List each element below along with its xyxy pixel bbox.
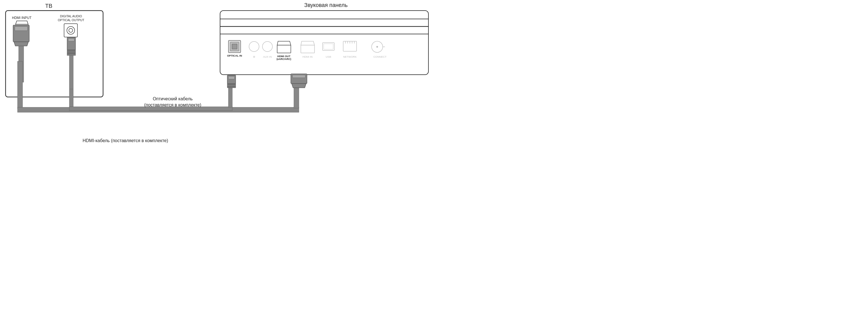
hdmi-out-label: HDMI OUT: [277, 55, 290, 58]
svg-rect-4: [15, 27, 28, 31]
digital-audio-label-line2: OPTICAL OUTPUT: [58, 19, 84, 22]
svg-rect-24: [301, 45, 314, 53]
svg-marker-20: [232, 44, 237, 49]
aux-port: [262, 41, 273, 52]
svg-rect-22: [277, 45, 291, 53]
svg-rect-11: [68, 38, 74, 41]
svg-rect-13: [67, 51, 75, 53]
tv-label: ТВ: [45, 3, 52, 9]
optical-port-tv: [64, 24, 78, 37]
aux-in-label: AUX IN: [263, 55, 272, 58]
network-port: [343, 41, 356, 51]
optical-soundbar-connector: [227, 75, 236, 88]
svg-point-34: [376, 46, 378, 48]
hdmi-input-label: HDMI INPUT: [12, 16, 32, 20]
svg-rect-42: [292, 75, 305, 78]
soundbar-label: Звуковая панель: [304, 2, 348, 8]
network-label: NETWORK: [343, 55, 357, 58]
connection-diagram: ТВ HDMI INPUT DIGITAL AUDIO OPTICAL OUTP…: [0, 0, 434, 156]
hdmi-out-label2: (eARC/ARC): [277, 58, 291, 60]
svg-marker-21: [277, 41, 291, 45]
bluetooth-label: ⊛: [253, 55, 255, 58]
optical-cable-vertical-tv: [69, 89, 73, 108]
svg-rect-38: [227, 84, 236, 85]
hdmi-cable-vertical-tv: [18, 61, 23, 109]
optical-cable-label-line1: Оптический кабель: [153, 96, 192, 101]
usb-port: [322, 43, 334, 51]
hdmi-port-symbol: [16, 21, 28, 25]
svg-rect-26: [324, 44, 333, 49]
svg-marker-43: [292, 84, 306, 88]
optical-cable-label-line2: (поставляется в комплекте): [144, 102, 201, 107]
optical-in-port: [228, 40, 241, 53]
svg-rect-39: [227, 85, 236, 86]
svg-marker-1: [16, 21, 28, 24]
hdmi-soundbar-connector: [291, 74, 307, 88]
hdmi-in-port: [301, 41, 314, 53]
digital-audio-label-line1: DIGITAL AUDIO: [60, 14, 82, 18]
svg-rect-15: [67, 54, 75, 56]
svg-rect-40: [227, 86, 236, 88]
optical-in-label: OPTICAL IN: [227, 54, 242, 57]
svg-marker-5: [14, 42, 28, 46]
svg-marker-23: [301, 41, 314, 45]
hdmi-in-label: HDMI IN: [303, 55, 313, 58]
hdmi-out-port: [277, 41, 291, 53]
usb-label: USB: [326, 55, 331, 58]
svg-rect-14: [67, 53, 75, 54]
svg-point-9: [69, 28, 73, 32]
svg-rect-12: [67, 50, 75, 51]
svg-rect-37: [228, 76, 235, 79]
svg-rect-16: [69, 56, 73, 89]
bluetooth-port: [249, 41, 259, 52]
hdmi-cable-label: HDMI-кабель (поставляется в комплекте): [83, 138, 168, 143]
optical-cable-horizontal: [69, 107, 232, 111]
connect-label: CONNECT: [374, 55, 386, 58]
